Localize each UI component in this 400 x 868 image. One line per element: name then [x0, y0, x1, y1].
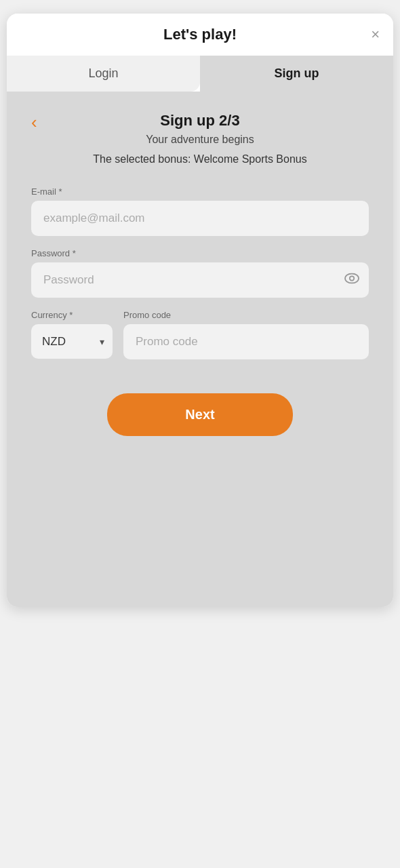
password-input[interactable]	[31, 262, 369, 298]
modal-header: Let's play! ×	[7, 14, 393, 56]
promo-input[interactable]	[123, 324, 369, 359]
next-button[interactable]: Next	[107, 393, 293, 436]
currency-promo-row: Currency * NZD USD EUR AUD GBP ▾ Promo c…	[31, 310, 369, 372]
modal-title: Let's play!	[163, 26, 237, 43]
email-input[interactable]	[31, 201, 369, 236]
password-label: Password *	[31, 248, 369, 258]
svg-point-0	[345, 274, 359, 283]
promo-label: Promo code	[123, 310, 369, 320]
back-button[interactable]: ‹	[31, 113, 37, 131]
step-title: Sign up 2/3	[31, 112, 369, 130]
form-top: ‹ Sign up 2/3	[31, 112, 369, 130]
currency-label: Currency *	[31, 310, 113, 320]
email-field-group: E-mail *	[31, 186, 369, 236]
email-input-wrapper	[31, 201, 369, 236]
currency-select-wrapper: NZD USD EUR AUD GBP ▾	[31, 324, 113, 359]
form-area: ‹ Sign up 2/3 Your adventure begins The …	[7, 92, 393, 607]
tabs-row: Login Sign up	[7, 56, 393, 92]
svg-point-1	[350, 276, 354, 280]
close-button[interactable]: ×	[371, 27, 380, 42]
tab-login[interactable]: Login	[7, 56, 200, 92]
promo-field-group: Promo code	[123, 310, 369, 359]
eye-icon	[344, 273, 359, 284]
currency-field-group: Currency * NZD USD EUR AUD GBP ▾	[31, 310, 113, 359]
tab-signup[interactable]: Sign up	[200, 56, 393, 92]
email-label: E-mail *	[31, 186, 369, 197]
password-field-group: Password *	[31, 248, 369, 298]
bonus-text: The selected bonus: Welcome Sports Bonus	[31, 151, 369, 167]
password-input-wrapper	[31, 262, 369, 298]
step-subtitle: Your adventure begins	[31, 134, 369, 146]
modal-container: Let's play! × Login Sign up ‹ Sign up 2/…	[7, 14, 393, 607]
currency-select[interactable]: NZD USD EUR AUD GBP	[31, 324, 113, 359]
toggle-password-button[interactable]	[344, 273, 359, 288]
